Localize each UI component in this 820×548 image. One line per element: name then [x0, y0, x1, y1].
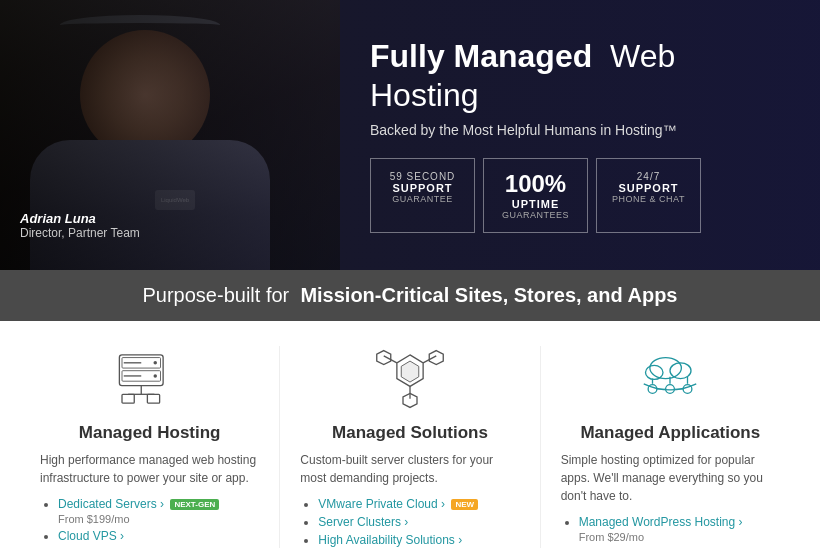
list-item: Server Clusters ›: [318, 515, 519, 529]
card-links-solutions: VMware Private Cloud › NEW Server Cluste…: [300, 497, 519, 547]
card-managed-solutions: Managed Solutions Custom-built server cl…: [280, 346, 540, 548]
badge-detail-3: PHONE & CHAT: [611, 194, 686, 204]
apps-icon: [630, 346, 710, 411]
svg-rect-9: [122, 394, 134, 403]
list-item: VMware Private Cloud › NEW: [318, 497, 519, 511]
card-title-solutions: Managed Solutions: [300, 423, 519, 443]
purpose-banner: Purpose-built for Mission-Critical Sites…: [0, 270, 820, 321]
card-desc-hosting: High performance managed web hosting inf…: [40, 451, 259, 487]
card-links-hosting: Dedicated Servers › NEXT-GEN From $199/m…: [40, 497, 259, 543]
wordpress-hosting-link[interactable]: Managed WordPress Hosting ›: [579, 515, 743, 529]
hero-badges: 59 SECOND SUPPORT GUARANTEE 100% UPTIME …: [370, 158, 790, 232]
badge-support-guarantee: 59 SECOND SUPPORT GUARANTEE: [370, 158, 475, 232]
card-desc-applications: Simple hosting optimized for popular app…: [561, 451, 780, 505]
svg-point-3: [153, 361, 157, 365]
hero-content: Fully Managed Web Hosting Backed by the …: [340, 0, 820, 270]
badge-top-1: 59 SECOND: [385, 171, 460, 182]
svg-marker-16: [429, 350, 443, 364]
card-title-applications: Managed Applications: [561, 423, 780, 443]
badge-detail-1: GUARANTEE: [385, 194, 460, 204]
hero-subtitle: Backed by the Most Helpful Humans in Hos…: [370, 122, 790, 138]
new-badge: NEW: [451, 499, 478, 510]
svg-point-26: [666, 384, 675, 393]
svg-point-21: [646, 365, 664, 379]
card-managed-hosting: Managed Hosting High performance managed…: [20, 346, 280, 548]
purpose-bold: Mission-Critical Sites, Stores, and Apps: [300, 284, 677, 306]
card-links-applications: Managed WordPress Hosting › From $29/mo: [561, 515, 780, 543]
svg-marker-12: [401, 361, 419, 382]
nextgen-badge: NEXT-GEN: [170, 499, 219, 510]
high-availability-link[interactable]: High Availability Solutions ›: [318, 533, 462, 547]
badge-247-support: 24/7 SUPPORT PHONE & CHAT: [596, 158, 701, 232]
solutions-icon: [370, 346, 450, 411]
svg-point-19: [650, 357, 682, 378]
purpose-title: Purpose-built for Mission-Critical Sites…: [20, 284, 800, 307]
cloud-vps-link[interactable]: Cloud VPS ›: [58, 529, 124, 543]
server-clusters-link[interactable]: Server Clusters ›: [318, 515, 408, 529]
svg-marker-14: [377, 350, 391, 364]
badge-main-2: 100%: [498, 171, 573, 197]
wordpress-price: From $29/mo: [579, 531, 780, 543]
card-managed-applications: Managed Applications Simple hosting opti…: [541, 346, 800, 548]
vmware-link[interactable]: VMware Private Cloud ›: [318, 497, 445, 511]
person-title: Director, Partner Team: [20, 226, 140, 240]
list-item: Cloud VPS ›: [58, 529, 259, 543]
badge-detail-2: GUARANTEES: [498, 210, 573, 220]
dedicated-servers-link[interactable]: Dedicated Servers ›: [58, 497, 164, 511]
svg-rect-10: [147, 394, 159, 403]
hero-title-bold: Fully Managed: [370, 38, 592, 74]
badge-uptime: 100% UPTIME GUARANTEES: [483, 158, 588, 232]
badge-top-3: 24/7: [611, 171, 686, 182]
list-item: Dedicated Servers › NEXT-GEN From $199/m…: [58, 497, 259, 525]
list-item: Managed WordPress Hosting › From $29/mo: [579, 515, 780, 543]
person-name: Adrian Luna: [20, 211, 140, 226]
badge-sub-2: UPTIME: [498, 198, 573, 210]
server-icon: [110, 346, 190, 411]
hero-section: LiquidWeb Adrian Luna Director, Partner …: [0, 0, 820, 270]
purpose-normal: Purpose-built for: [143, 284, 290, 306]
list-item: High Availability Solutions ›: [318, 533, 519, 547]
person-label: Adrian Luna Director, Partner Team: [20, 211, 140, 240]
dedicated-price: From $199/mo: [58, 513, 259, 525]
cards-section: Managed Hosting High performance managed…: [0, 321, 820, 548]
badge-sub-1: SUPPORT: [385, 182, 460, 194]
card-title-hosting: Managed Hosting: [40, 423, 259, 443]
badge-sub-3: SUPPORT: [611, 182, 686, 194]
hero-title: Fully Managed Web Hosting: [370, 37, 790, 114]
card-desc-solutions: Custom-built server clusters for your mo…: [300, 451, 519, 487]
svg-point-4: [153, 374, 157, 378]
